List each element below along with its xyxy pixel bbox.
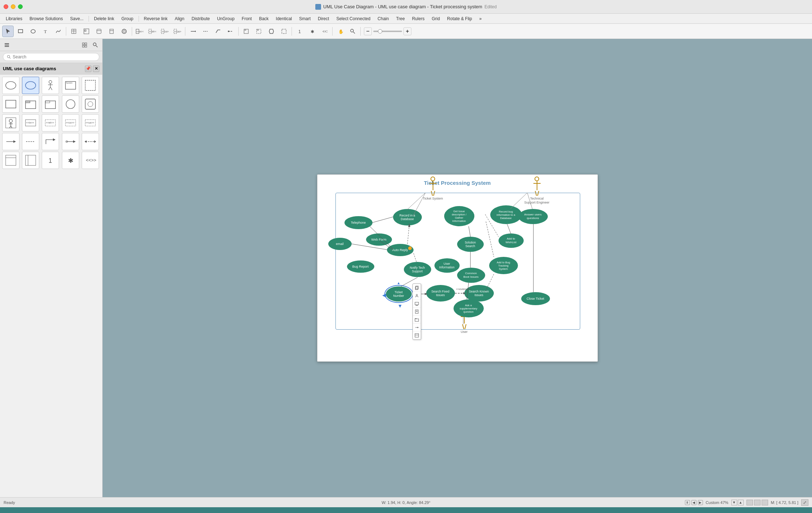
menu-identical[interactable]: Identical bbox=[273, 15, 295, 22]
prev-button[interactable]: ◀ bbox=[691, 500, 696, 505]
shape-circle1[interactable] bbox=[62, 95, 79, 113]
menu-group[interactable]: Group bbox=[118, 15, 136, 22]
sel-tool-document[interactable] bbox=[413, 308, 421, 316]
tool-line2[interactable] bbox=[200, 26, 211, 37]
usecase-telephone[interactable]: Telephone bbox=[344, 216, 373, 229]
tool-pan[interactable]: ✋ bbox=[334, 26, 346, 37]
search-input-wrap[interactable] bbox=[3, 53, 99, 61]
menu-ungroup[interactable]: UnGroup bbox=[214, 15, 238, 22]
view-mode-2[interactable] bbox=[754, 500, 761, 505]
shape-alt-arrow[interactable] bbox=[62, 133, 79, 150]
menu-front[interactable]: Front bbox=[239, 15, 255, 22]
zoom-out-button[interactable]: − bbox=[364, 27, 372, 35]
shape-extend-label[interactable]: <<et>> bbox=[42, 114, 59, 131]
arrow-left-indicator[interactable]: ◀ bbox=[382, 292, 386, 298]
tool-rectangle[interactable] bbox=[15, 26, 26, 37]
shape-ellipse-plain[interactable] bbox=[2, 77, 19, 94]
tool-table[interactable] bbox=[68, 26, 80, 37]
canvas-area[interactable]: Ticket Processing System Ticket System bbox=[103, 39, 812, 497]
usecase-user-info[interactable]: UserInformation bbox=[434, 258, 460, 273]
view-mode-3[interactable] bbox=[762, 500, 768, 505]
tool-assoc[interactable]: <<co>> bbox=[159, 26, 171, 37]
tool-line1[interactable] bbox=[187, 26, 199, 37]
menu-tree[interactable]: Tree bbox=[393, 15, 407, 22]
shape-step-arrow[interactable] bbox=[42, 133, 59, 150]
tool-extend[interactable]: <<et>> bbox=[146, 26, 158, 37]
usecase-record-db[interactable]: Record in aDatabase bbox=[393, 209, 422, 226]
shape-use-label[interactable]: <<us>> bbox=[82, 114, 99, 131]
usecase-add-bug-tracking[interactable]: Add to BugTrackingSystem bbox=[489, 257, 518, 274]
traffic-lights[interactable] bbox=[4, 4, 23, 9]
sel-tool-folder[interactable] bbox=[413, 316, 421, 324]
expand-button[interactable]: ⤢ bbox=[801, 499, 808, 506]
usecase-email[interactable]: email bbox=[328, 238, 352, 250]
tool-chevron[interactable]: <<>> bbox=[319, 26, 330, 37]
tool-pointer[interactable] bbox=[2, 26, 14, 37]
sel-tool-screen[interactable] bbox=[413, 300, 421, 308]
tool-frame2[interactable] bbox=[253, 26, 265, 37]
zoom-step-down[interactable]: ▼ bbox=[731, 500, 737, 505]
shape-subsystem[interactable] bbox=[82, 77, 99, 94]
usecase-record-bug[interactable]: Record buginformation to aDatabase bbox=[490, 205, 522, 224]
panel-close-icon[interactable]: ✕ bbox=[93, 66, 99, 72]
menu-chain[interactable]: Chain bbox=[375, 15, 392, 22]
shape-ellipse-selected[interactable] bbox=[22, 77, 39, 94]
next-button[interactable]: ▶ bbox=[698, 500, 703, 505]
zoom-stepper[interactable]: ▼ ▲ bbox=[731, 500, 744, 505]
shape-folder1[interactable] bbox=[22, 95, 39, 113]
arrow-down-indicator[interactable]: ▼ bbox=[398, 303, 403, 309]
close-button[interactable] bbox=[4, 4, 8, 9]
usecase-auto-reply[interactable]: Auto Reply bbox=[387, 244, 414, 256]
usecase-bug-report[interactable]: Bug Report bbox=[347, 260, 374, 273]
usecase-common-boot[interactable]: CommonBoot Issues bbox=[457, 268, 485, 283]
tool-frame4[interactable] bbox=[278, 26, 290, 37]
panel-pin-icon[interactable]: 📌 bbox=[85, 66, 91, 72]
tool-line3[interactable] bbox=[212, 26, 224, 37]
shape-double-chevron[interactable]: <<>> bbox=[82, 152, 99, 169]
shape-h-swimlane[interactable] bbox=[22, 152, 39, 169]
shape-compose-label[interactable]: <<co>> bbox=[62, 114, 79, 131]
menu-rulers[interactable]: Rulers bbox=[409, 15, 428, 22]
usecase-notify-tech[interactable]: Notify TechSupport bbox=[404, 262, 431, 277]
shape-swimlane[interactable] bbox=[2, 152, 19, 169]
tool-use[interactable]: <<us>> bbox=[172, 26, 183, 37]
tool-line4[interactable] bbox=[225, 26, 236, 37]
usecase-search-fixed[interactable]: Search FixedIssues bbox=[426, 285, 455, 302]
zoom-slider[interactable] bbox=[373, 31, 402, 32]
menu-direct[interactable]: Direct bbox=[315, 15, 332, 22]
sel-tool-arrow[interactable] bbox=[413, 324, 421, 331]
menu-smart[interactable]: Smart bbox=[296, 15, 313, 22]
shape-system-boundary[interactable]: System bbox=[62, 77, 79, 94]
maximize-button[interactable] bbox=[18, 4, 23, 9]
menu-rotate-flip[interactable]: Rotate & Flip bbox=[444, 15, 475, 22]
tool-include[interactable]: <<in>> bbox=[134, 26, 145, 37]
tool-shape3[interactable] bbox=[106, 26, 117, 37]
menu-reverse-link[interactable]: Reverse link bbox=[141, 15, 171, 22]
sel-tool-person[interactable] bbox=[413, 292, 421, 300]
shape-include-label[interactable]: <<in>> bbox=[22, 114, 39, 131]
menu-libraries[interactable]: Libraries bbox=[3, 15, 25, 22]
pause-button[interactable]: ⏸ bbox=[685, 500, 690, 505]
zoom-in-button[interactable]: + bbox=[403, 27, 411, 35]
menu-more[interactable]: » bbox=[476, 15, 484, 22]
menu-back[interactable]: Back bbox=[256, 15, 272, 22]
search-input[interactable] bbox=[13, 54, 95, 59]
shape-placeholder5[interactable] bbox=[82, 95, 99, 113]
menu-distribute[interactable]: Distribute bbox=[189, 15, 213, 22]
panel-search-toggle[interactable] bbox=[91, 40, 100, 50]
shape-actor[interactable] bbox=[42, 77, 59, 94]
menu-browse-solutions[interactable]: Browse Solutions bbox=[27, 15, 66, 22]
shape-actor-system[interactable] bbox=[2, 114, 19, 131]
zoom-step-up[interactable]: ▲ bbox=[738, 500, 744, 505]
sel-tool-more[interactable] bbox=[413, 331, 421, 339]
tool-ellipse[interactable] bbox=[27, 26, 39, 37]
panel-grid-view[interactable] bbox=[80, 40, 89, 50]
usecase-web-form[interactable]: Web Form bbox=[366, 233, 392, 246]
menu-save[interactable]: Save... bbox=[67, 15, 86, 22]
tool-search[interactable] bbox=[347, 26, 358, 37]
usecase-add-wishlist[interactable]: Add toWishList bbox=[499, 233, 524, 248]
tool-freehand[interactable] bbox=[53, 26, 64, 37]
shape-number[interactable]: 1 bbox=[42, 152, 59, 169]
usecase-close-ticket[interactable]: Close Ticket bbox=[521, 292, 550, 305]
menu-grid[interactable]: Grid bbox=[429, 15, 443, 22]
